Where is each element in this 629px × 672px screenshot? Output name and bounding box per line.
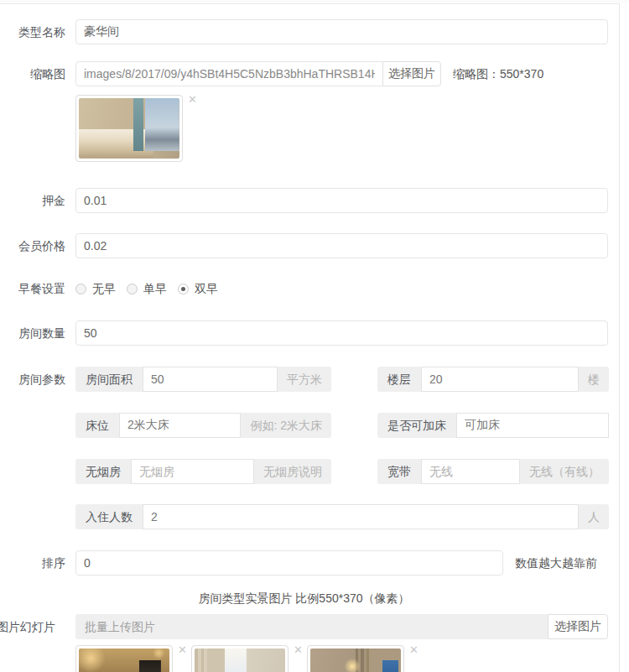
member-price-row: 会员价格 <box>0 233 608 258</box>
sort-row: 排序 数值越大越靠前 <box>0 550 608 576</box>
extra-bed-group: 是否可加床 <box>377 413 609 438</box>
thumbnail-photo-frame <box>75 95 183 162</box>
gallery-batch-upload-input[interactable] <box>75 614 548 639</box>
gallery-choose-image-button[interactable]: 选择图片 <box>548 614 608 639</box>
room-params-row-3: 无烟房 无烟房说明 宽带 无线（有线） <box>0 459 608 484</box>
type-name-input[interactable] <box>75 19 608 44</box>
gallery-photo-2-frame <box>191 645 289 672</box>
type-name-row: 类型名称 <box>0 19 608 44</box>
room-area-input[interactable] <box>143 367 278 392</box>
deposit-row: 押金 <box>0 188 608 213</box>
floor-unit: 楼 <box>579 367 609 392</box>
radio-icon[interactable] <box>178 284 189 294</box>
bed-label: 床位 <box>75 413 119 438</box>
gallery-label: 房间图片幻灯片 <box>0 614 55 639</box>
thumbnail-path-input[interactable] <box>75 61 383 86</box>
sort-hint: 数值越大越靠前 <box>515 550 597 576</box>
thumbnail-label: 缩略图 <box>0 61 65 86</box>
breakfast-option-none-label: 无早 <box>92 280 116 297</box>
no-smoking-hint: 无烟房说明 <box>254 459 331 484</box>
room-params-label: 房间参数 <box>0 367 65 392</box>
occupancy-group: 入住人数 人 <box>75 504 609 529</box>
member-price-label: 会员价格 <box>0 233 65 258</box>
bed-example-hint: 例如: 2米大床 <box>241 413 331 438</box>
breakfast-option-single-label: 单早 <box>143 280 167 297</box>
occupancy-unit: 人 <box>579 504 609 529</box>
breakfast-option-double-label: 双早 <box>195 280 218 297</box>
sort-input[interactable] <box>75 550 503 576</box>
gallery-photo-3: ✕ <box>307 645 404 672</box>
breakfast-option-double[interactable]: 双早 <box>178 280 218 297</box>
extra-bed-label: 是否可加床 <box>377 413 456 438</box>
room-count-row: 房间数量 <box>0 320 608 346</box>
gallery-photo-3-frame <box>307 645 404 672</box>
breakfast-option-single[interactable]: 单早 <box>127 280 167 297</box>
breakfast-option-none[interactable]: 无早 <box>75 280 116 297</box>
room-count-label: 房间数量 <box>0 320 65 346</box>
gallery-upload-row: 房间图片幻灯片 选择图片 <box>0 614 608 639</box>
no-smoking-label: 无烟房 <box>75 459 131 484</box>
thumbnail-row: 缩略图 选择图片 缩略图：550*370 <box>0 61 608 86</box>
gallery-photo-3-image <box>310 649 401 672</box>
thumbnail-size-hint: 缩略图：550*370 <box>453 61 543 86</box>
extra-bed-input[interactable] <box>456 413 609 438</box>
room-area-group: 房间面积 平方米 <box>75 367 331 392</box>
floor-group: 楼层 楼 <box>377 367 609 392</box>
room-area-unit: 平方米 <box>278 367 331 392</box>
gallery-photo-1: ✕ <box>75 645 173 672</box>
type-name-label: 类型名称 <box>0 19 65 44</box>
gallery-section-title: 房间类型实景图片 比例550*370（像素） <box>0 591 608 607</box>
gallery-photo-1-frame <box>75 645 173 672</box>
gallery-photos-row: ✕ ✕ ✕ <box>0 645 608 672</box>
no-smoking-group: 无烟房 无烟房说明 <box>75 459 331 484</box>
thumbnail-preview: ✕ <box>75 95 183 162</box>
occupancy-input[interactable] <box>143 504 579 529</box>
breakfast-row: 早餐设置 无早 单早 双早 <box>0 280 608 297</box>
thumbnail-remove-icon[interactable]: ✕ <box>188 94 197 105</box>
radio-icon[interactable] <box>75 284 86 294</box>
bed-group: 床位 例如: 2米大床 <box>75 413 331 438</box>
floor-label: 楼层 <box>377 367 421 392</box>
room-params-row-2: 床位 例如: 2米大床 是否可加床 <box>0 413 608 438</box>
floor-input[interactable] <box>421 367 579 392</box>
bed-input[interactable] <box>119 413 241 438</box>
gallery-photo-2-image <box>195 649 285 672</box>
gallery-photo-1-remove-icon[interactable]: ✕ <box>178 644 187 655</box>
room-params-row-4: 入住人数 人 <box>0 504 608 529</box>
breakfast-label: 早餐设置 <box>0 280 65 297</box>
gallery-photo-2: ✕ <box>191 645 289 672</box>
thumbnail-choose-image-button[interactable]: 选择图片 <box>382 61 441 86</box>
broadband-hint: 无线（有线） <box>520 459 609 484</box>
gallery-photo-1-image <box>79 649 169 672</box>
room-type-form-panel: 类型名称 缩略图 选择图片 缩略图：550*370 ✕ 押金 <box>0 3 620 672</box>
radio-icon[interactable] <box>127 284 138 294</box>
room-area-label: 房间面积 <box>75 367 143 392</box>
sort-label: 排序 <box>0 550 65 576</box>
room-count-input[interactable] <box>75 320 608 346</box>
room-params-row-1: 房间参数 房间面积 平方米 楼层 楼 <box>0 367 608 392</box>
thumbnail-photo <box>79 98 179 159</box>
occupancy-label: 入住人数 <box>75 504 143 529</box>
no-smoking-input[interactable] <box>131 459 254 484</box>
member-price-input[interactable] <box>75 233 608 258</box>
gallery-photo-3-remove-icon[interactable]: ✕ <box>409 644 418 655</box>
broadband-label: 宽带 <box>377 459 421 484</box>
thumbnail-preview-row: ✕ <box>0 95 608 162</box>
deposit-label: 押金 <box>0 188 65 213</box>
deposit-input[interactable] <box>75 188 608 213</box>
broadband-input[interactable] <box>421 459 520 484</box>
broadband-group: 宽带 无线（有线） <box>377 459 609 484</box>
gallery-photo-2-remove-icon[interactable]: ✕ <box>294 644 303 655</box>
